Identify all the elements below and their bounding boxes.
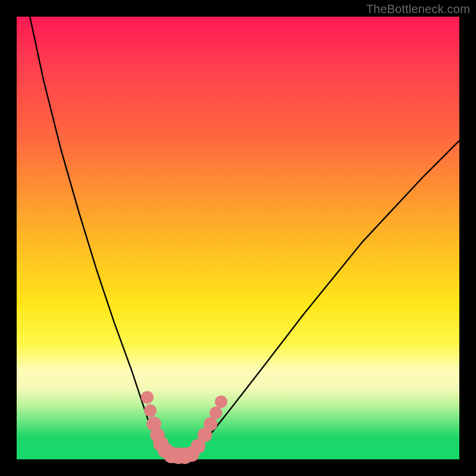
outer-frame: TheBottleneck.com (0, 0, 476, 476)
plot-area (17, 17, 459, 459)
marker-dot (141, 391, 154, 403)
marker-dot (215, 396, 227, 408)
watermark-text: TheBottleneck.com (366, 2, 470, 16)
bottleneck-curve-path (30, 17, 459, 459)
marker-dot (144, 405, 156, 417)
chart-svg (17, 17, 459, 459)
marker-dot (209, 406, 222, 419)
markers-group (141, 391, 227, 464)
